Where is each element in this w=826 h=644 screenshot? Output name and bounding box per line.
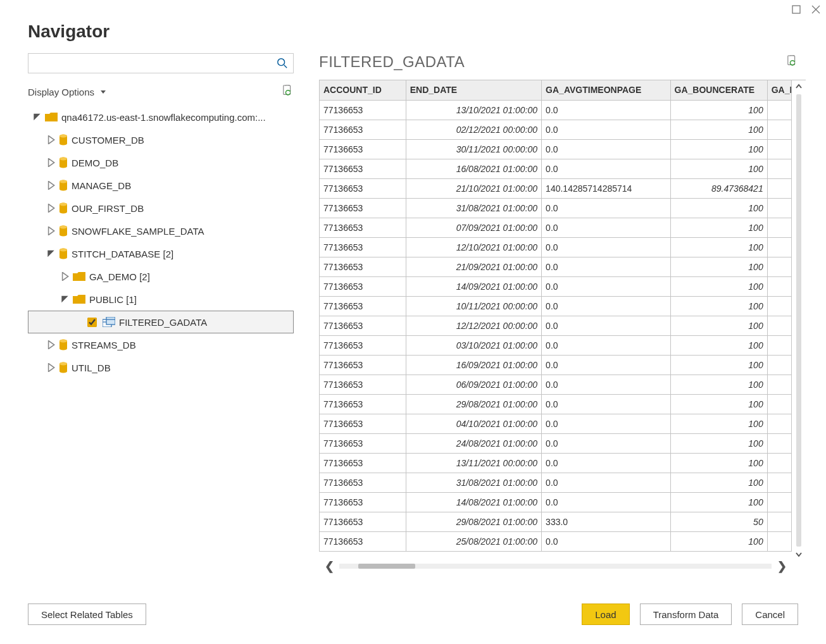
tree-label: GA_DEMO [2] [89, 271, 150, 282]
tree-item-manage-db[interactable]: MANAGE_DB [28, 174, 294, 197]
cell-end-date: 12/10/2021 01:00:00 [406, 237, 541, 257]
col-end-date[interactable]: END_DATE [406, 80, 541, 100]
cell-account-id: 77136653 [320, 120, 406, 139]
tree-label: qna46172.us-east-1.snowflakecomputing.co… [61, 112, 266, 123]
table-row[interactable]: 7713665329/08/2021 01:00:000.0100 [320, 394, 792, 414]
tree-item-stitch-database[interactable]: STITCH_DATABASE [2] [28, 242, 294, 265]
cell-avgtimeonpage: 0.0 [542, 394, 670, 414]
cell-partial [767, 433, 791, 453]
search-input-container [28, 53, 294, 73]
cell-partial [767, 531, 791, 551]
table-row[interactable]: 7713665325/08/2021 01:00:000.0100 [320, 531, 792, 551]
maximize-icon[interactable] [792, 5, 801, 14]
table-row[interactable]: 7713665304/10/2021 01:00:000.0100 [320, 414, 792, 433]
cell-bouncerate: 100 [670, 139, 767, 159]
tree-item-our-first-db[interactable]: OUR_FIRST_DB [28, 197, 294, 220]
tree-item-demo-db[interactable]: DEMO_DB [28, 151, 294, 174]
cell-account-id: 77136653 [320, 178, 406, 198]
tree-item-util-db[interactable]: UTIL_DB [28, 356, 294, 379]
vertical-scrollbar[interactable] [792, 80, 806, 560]
search-icon[interactable] [277, 58, 288, 71]
cell-partial [767, 316, 791, 335]
col-account-id[interactable]: ACCOUNT_ID [320, 80, 406, 100]
cell-avgtimeonpage: 0.0 [542, 316, 670, 335]
scroll-left-icon[interactable]: ❮ [319, 559, 339, 573]
cancel-button[interactable]: Cancel [742, 604, 798, 625]
table-row[interactable]: 7713665330/11/2021 00:00:000.0100 [320, 139, 792, 159]
dialog-title: Navigator [0, 19, 826, 53]
table-row[interactable]: 7713665312/12/2021 00:00:000.0100 [320, 316, 792, 335]
table-row[interactable]: 7713665307/09/2021 01:00:000.0100 [320, 218, 792, 237]
table-row[interactable]: 7713665310/11/2021 00:00:000.0100 [320, 296, 792, 316]
tree-item-ga-demo[interactable]: GA_DEMO [2] [28, 265, 294, 288]
col-ga-bouncerate[interactable]: GA_BOUNCERATE [670, 80, 767, 100]
table-row[interactable]: 7713665331/08/2021 01:00:000.0100 [320, 473, 792, 492]
svg-point-22 [59, 226, 67, 229]
col-ga-d-partial[interactable]: GA_D [767, 80, 791, 100]
table-row[interactable]: 7713665303/10/2021 01:00:000.0100 [320, 335, 792, 355]
cell-account-id: 77136653 [320, 139, 406, 159]
cell-account-id: 77136653 [320, 100, 406, 120]
tree-server-root[interactable]: qna46172.us-east-1.snowflakecomputing.co… [28, 106, 294, 128]
table-row[interactable]: 7713665314/08/2021 01:00:000.0100 [320, 492, 792, 512]
cell-avgtimeonpage: 0.0 [542, 375, 670, 394]
horizontal-scrollbar[interactable]: ❮ ❯ [319, 560, 792, 572]
refresh-preview-icon[interactable] [787, 55, 798, 70]
transform-data-button[interactable]: Transform Data [640, 604, 732, 625]
cell-bouncerate: 100 [670, 414, 767, 433]
database-icon [59, 362, 68, 373]
tree-label: STITCH_DATABASE [2] [72, 249, 173, 259]
tree-label: OUR_FIRST_DB [72, 203, 144, 214]
collapsed-icon [47, 204, 55, 213]
table-row[interactable]: 7713665321/09/2021 01:00:000.0100 [320, 257, 792, 276]
table-row[interactable]: 7713665314/09/2021 01:00:000.0100 [320, 276, 792, 296]
table-row[interactable]: 7713665313/11/2021 00:00:000.0100 [320, 453, 792, 473]
scroll-right-icon[interactable]: ❯ [772, 559, 792, 573]
tree-item-customer-db[interactable]: CUSTOMER_DB [28, 128, 294, 151]
database-icon [59, 180, 68, 191]
tree-item-filtered-gadata[interactable]: FILTERED_GADATA [28, 311, 294, 333]
scroll-up-icon[interactable] [794, 80, 803, 93]
cell-end-date: 12/12/2021 00:00:00 [406, 316, 541, 335]
table-row[interactable]: 7713665324/08/2021 01:00:000.0100 [320, 433, 792, 453]
close-icon[interactable] [811, 4, 821, 15]
scroll-down-icon[interactable] [794, 548, 803, 560]
scroll-track[interactable] [796, 94, 801, 547]
collapsed-icon [47, 135, 55, 144]
table-row[interactable]: 7713665331/08/2021 01:00:000.0100 [320, 198, 792, 218]
tree-item-snowflake-sample[interactable]: SNOWFLAKE_SAMPLE_DATA [28, 220, 294, 242]
tree-item-public[interactable]: PUBLIC [1] [28, 288, 294, 311]
table-row[interactable]: 7713665316/08/2021 01:00:000.0100 [320, 159, 792, 178]
svg-point-37 [59, 362, 67, 366]
database-icon [59, 157, 68, 168]
cell-account-id: 77136653 [320, 394, 406, 414]
table-checkbox[interactable] [87, 318, 97, 327]
cell-account-id: 77136653 [320, 276, 406, 296]
scroll-thumb[interactable] [358, 564, 415, 569]
table-row[interactable]: 7713665313/10/2021 01:00:000.0100 [320, 100, 792, 120]
svg-point-13 [59, 158, 67, 161]
table-row[interactable]: 7713665312/10/2021 01:00:000.0100 [320, 237, 792, 257]
cell-bouncerate: 100 [670, 473, 767, 492]
cell-account-id: 77136653 [320, 433, 406, 453]
cell-partial [767, 335, 791, 355]
cell-account-id: 77136653 [320, 218, 406, 237]
collapsed-icon [61, 272, 69, 281]
load-button[interactable]: Load [582, 604, 629, 625]
scroll-track[interactable] [339, 564, 772, 569]
cell-bouncerate: 100 [670, 296, 767, 316]
table-row[interactable]: 7713665321/10/2021 01:00:00140.142857142… [320, 178, 792, 198]
table-row[interactable]: 7713665316/09/2021 01:00:000.0100 [320, 355, 792, 375]
search-input[interactable] [28, 54, 293, 73]
table-row[interactable]: 7713665329/08/2021 01:00:00333.050 [320, 512, 792, 531]
cell-account-id: 77136653 [320, 414, 406, 433]
tree-item-streams-db[interactable]: STREAMS_DB [28, 333, 294, 356]
col-ga-avgtimeonpage[interactable]: GA_AVGTIMEONPAGE [542, 80, 670, 100]
cell-end-date: 14/09/2021 01:00:00 [406, 276, 541, 296]
table-row[interactable]: 7713665306/09/2021 01:00:000.0100 [320, 375, 792, 394]
display-options-dropdown[interactable]: Display Options [28, 87, 106, 97]
table-row[interactable]: 7713665302/12/2021 00:00:000.0100 [320, 120, 792, 139]
refresh-tree-icon[interactable] [282, 85, 294, 99]
cell-end-date: 13/11/2021 00:00:00 [406, 453, 541, 473]
select-related-tables-button[interactable]: Select Related Tables [28, 604, 146, 625]
